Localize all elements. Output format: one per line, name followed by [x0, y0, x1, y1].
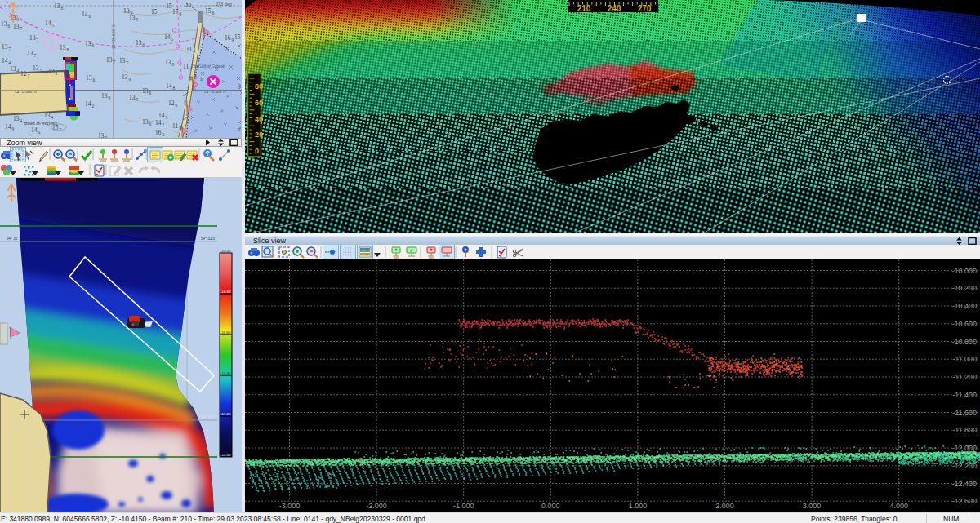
svg-text:54° 32.0: 54° 32.0 [201, 237, 216, 241]
svg-text:8: 8 [67, 47, 69, 52]
svg-text:14: 14 [85, 100, 91, 108]
svg-text:5: 5 [136, 17, 139, 22]
svg-text:6: 6 [93, 78, 96, 82]
svg-text:-12.40: -12.40 [220, 371, 231, 375]
svg-text:-10.200: -10.200 [951, 284, 977, 292]
svg-text:15: 15 [185, 1, 192, 8]
svg-text:-11.600: -11.600 [952, 409, 977, 417]
svg-text:8: 8 [173, 86, 176, 91]
svg-text:13: 13 [106, 56, 113, 64]
svg-text:13: 13 [142, 87, 149, 95]
svg-text:-1.000: -1.000 [453, 502, 474, 510]
svg-text:13: 13 [2, 43, 8, 51]
svg-text:7: 7 [20, 26, 23, 31]
svg-text:7: 7 [37, 38, 39, 42]
svg-text:13: 13 [10, 65, 16, 73]
svg-text:7: 7 [60, 127, 62, 132]
svg-text:14: 14 [82, 11, 88, 18]
svg-text:7: 7 [34, 53, 37, 58]
svg-text:12: 12 [20, 70, 27, 78]
svg-text:17: 17 [172, 8, 179, 16]
svg-text:0: 0 [176, 103, 178, 108]
svg-text:-12.600: -12.600 [951, 497, 977, 505]
svg-text:210: 210 [577, 4, 591, 13]
svg-text:9: 9 [12, 126, 15, 131]
svg-text:15: 15 [151, 8, 158, 16]
svg-text:✓: ✓ [409, 248, 413, 253]
svg-text:13: 13 [85, 40, 91, 47]
svg-text:9: 9 [129, 77, 131, 82]
svg-text:-10.800: -10.800 [951, 338, 977, 346]
svg-text:12: 12 [48, 68, 55, 75]
svg-text:-11.200: -11.200 [952, 373, 977, 381]
svg-text:14: 14 [2, 57, 8, 64]
svg-text:13: 13 [1, 20, 7, 28]
svg-text:14: 14 [155, 119, 162, 126]
svg-text:6: 6 [212, 11, 215, 16]
svg-text:14: 14 [5, 123, 11, 131]
svg-text:11: 11 [172, 122, 178, 130]
svg-text:20: 20 [255, 131, 263, 139]
svg-text:15: 15 [234, 33, 241, 41]
svg-text:4: 4 [17, 69, 20, 73]
svg-text:7: 7 [28, 73, 30, 78]
svg-text:16: 16 [155, 129, 162, 136]
svg-text:12: 12 [168, 100, 175, 107]
svg-text:13: 13 [165, 59, 172, 66]
svg-text:270: 270 [638, 4, 652, 13]
svg-text:5: 5 [172, 37, 174, 42]
svg-text:13: 13 [10, 14, 16, 21]
svg-text:-12.200: -12.200 [951, 462, 977, 470]
svg-text:9: 9 [109, 95, 111, 100]
svg-text:273 deg: 273 deg [216, 2, 232, 7]
svg-text:-10.80: -10.80 [220, 290, 231, 294]
svg-text:-13.20: -13.20 [220, 412, 231, 416]
svg-text:11: 11 [186, 46, 192, 53]
svg-text:0: 0 [38, 130, 41, 135]
svg-text:13: 13 [119, 57, 126, 64]
svg-text:0: 0 [89, 14, 91, 19]
svg-text:240: 240 [608, 4, 621, 13]
svg-text:13: 13 [13, 115, 20, 122]
svg-text:13: 13 [27, 50, 33, 57]
svg-text:8: 8 [194, 73, 197, 81]
svg-text:13: 13 [129, 14, 136, 21]
svg-text:13: 13 [101, 92, 108, 100]
svg-text:13: 13 [60, 44, 66, 51]
svg-text:6: 6 [149, 91, 152, 95]
svg-text:-2.000: -2.000 [366, 502, 387, 510]
svg-text:13: 13 [122, 73, 128, 81]
svg-text:54° 32.0: 54° 32.0 [201, 415, 216, 419]
svg-text:-3.000: -3.000 [279, 502, 301, 510]
svg-text:13: 13 [142, 118, 149, 126]
svg-text:8: 8 [172, 62, 175, 67]
svg-text:54° 32.000' N: 54° 32.000' N [204, 90, 226, 94]
svg-text:13: 13 [129, 94, 136, 101]
svg-text:-10.000: -10.000 [951, 267, 977, 275]
svg-text:4.000: 4.000 [889, 502, 908, 510]
svg-text:60: 60 [255, 99, 263, 107]
svg-text:-11.800: -11.800 [952, 426, 977, 434]
svg-text:7: 7 [136, 97, 139, 102]
svg-text:4: 4 [51, 115, 54, 120]
svg-text:-10.400: -10.400 [951, 302, 977, 310]
svg-text:1.000: 1.000 [629, 502, 648, 510]
svg-text:14: 14 [164, 33, 171, 41]
svg-text:7: 7 [127, 60, 129, 65]
svg-text:4: 4 [20, 118, 23, 123]
svg-text:16: 16 [225, 34, 231, 42]
svg-text:5: 5 [52, 23, 55, 28]
svg-text:18° 39.500' E: 18° 39.500' E [111, 24, 116, 49]
svg-text:0: 0 [180, 126, 182, 131]
svg-text:6: 6 [201, 77, 203, 82]
svg-text:-11.000: -11.000 [952, 355, 977, 363]
svg-text:2: 2 [163, 132, 165, 137]
svg-text:0.000: 0.000 [541, 502, 560, 510]
svg-text:?: ? [205, 149, 210, 157]
svg-text:2: 2 [92, 104, 95, 109]
svg-text:5: 5 [40, 68, 42, 73]
svg-text:13: 13 [54, 2, 60, 10]
svg-text:The Gulf of Gdansk: The Gulf of Gdansk [191, 64, 225, 69]
svg-text:14: 14 [166, 82, 172, 90]
svg-text:13: 13 [13, 23, 20, 30]
